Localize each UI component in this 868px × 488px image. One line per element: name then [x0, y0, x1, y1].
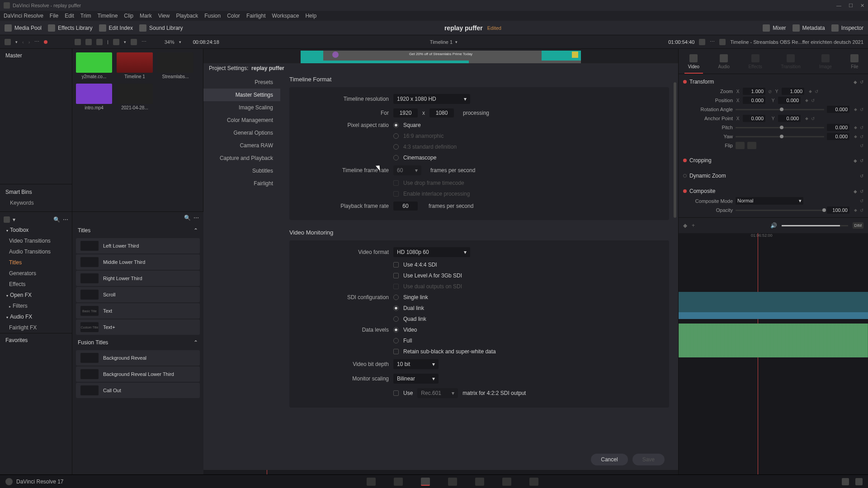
fx-item[interactable]: Scroll	[76, 287, 200, 302]
kf-icon[interactable]: ◆	[854, 208, 857, 212]
view-thumb-icon[interactable]	[75, 39, 81, 45]
reset-icon[interactable]: ↺	[860, 125, 863, 130]
kf-icon[interactable]: ◆	[805, 116, 808, 121]
dynamic-zoom-header[interactable]: Dynamic Zoom	[689, 173, 726, 179]
menu-timeline[interactable]: Timeline	[97, 13, 118, 19]
tc-icon[interactable]	[699, 39, 705, 45]
fx-item[interactable]: Basic TitleText	[76, 303, 200, 319]
mixer-toggle[interactable]: Mixer	[763, 24, 786, 32]
generators-tree[interactable]: Generators	[0, 268, 72, 279]
dropdown-icon[interactable]: ▾	[15, 40, 18, 44]
video-track[interactable]	[679, 292, 868, 312]
kf-icon[interactable]: ◆	[809, 89, 812, 94]
tab-video[interactable]: Video	[684, 52, 703, 74]
matrix-check[interactable]	[393, 390, 399, 396]
fx-item[interactable]: Left Lower Third	[76, 238, 200, 253]
menu-color[interactable]: Color	[227, 13, 240, 19]
clip-item[interactable]: Streamlabs...	[157, 52, 193, 79]
zoom-y-input[interactable]: 1.000	[782, 88, 804, 95]
search-icon[interactable]: 🔍	[184, 215, 191, 221]
anchor-x-input[interactable]: 0.000	[743, 115, 765, 122]
keywords-bin[interactable]: Keywords	[5, 197, 66, 209]
timeline-panel[interactable]: 01:06:52:00	[679, 233, 868, 474]
dual-link-radio[interactable]	[393, 305, 399, 311]
retain-check[interactable]	[393, 349, 399, 354]
fx-item[interactable]: Background Reveal	[76, 350, 200, 366]
nav-presets[interactable]: Presets	[203, 76, 280, 89]
deliver-page-icon[interactable]	[529, 478, 538, 486]
favorites-header[interactable]: Favorites	[0, 333, 72, 347]
kf-icon[interactable]: ◆	[854, 125, 857, 130]
media-page-icon[interactable]	[367, 478, 376, 486]
volume-slider[interactable]	[782, 225, 848, 226]
close-button[interactable]: ✕	[860, 3, 864, 9]
toolbox-tree[interactable]: ▾Toolbox	[0, 225, 72, 235]
yaw-slider[interactable]	[736, 136, 824, 137]
menu-mark[interactable]: Mark	[140, 13, 152, 19]
par-square-radio[interactable]	[393, 122, 399, 128]
chevron-down-icon[interactable]: ▾	[124, 40, 126, 44]
save-button[interactable]: Save	[632, 454, 665, 465]
zoom-x-input[interactable]: 1.000	[743, 88, 765, 95]
timeline-dropdown[interactable]: ▾	[455, 40, 458, 44]
more-icon-3[interactable]: ⋯	[710, 39, 715, 45]
inspector-toggle[interactable]: Inspector	[831, 24, 863, 32]
sound-library-toggle[interactable]: Sound Library	[139, 24, 183, 32]
add-icon[interactable]: +	[692, 222, 695, 229]
more-icon[interactable]: ⋯	[63, 216, 68, 223]
fairlight-page-icon[interactable]	[502, 478, 511, 486]
clip-item[interactable]: intro.mp4	[76, 84, 112, 110]
filters-tree[interactable]: ▸Filters	[0, 300, 72, 311]
video-track-2[interactable]	[679, 312, 868, 319]
nav-camera-raw[interactable]: Camera RAW	[203, 139, 280, 152]
video-levels-radio[interactable]	[393, 327, 399, 333]
clip-item[interactable]: Timeline 1	[117, 52, 153, 79]
menu-workspace[interactable]: Workspace	[272, 13, 299, 19]
fx-item[interactable]: Middle Lower Third	[76, 254, 200, 270]
menu-fusion[interactable]: Fusion	[204, 13, 221, 19]
view-list-icon[interactable]	[96, 39, 103, 45]
view-grid-icon[interactable]	[85, 39, 92, 45]
gear-icon[interactable]	[855, 478, 863, 485]
rotation-input[interactable]: 0.000	[827, 106, 849, 113]
reset-icon[interactable]: ↺	[811, 98, 815, 103]
link-icon[interactable]: ⊘	[768, 89, 772, 94]
full-levels-radio[interactable]	[393, 338, 399, 343]
kf-icon[interactable]: ◆	[805, 98, 808, 103]
nav-fairlight[interactable]: Fairlight	[203, 177, 280, 190]
media-pool-toggle[interactable]: Media Pool	[5, 24, 42, 32]
quad-link-radio[interactable]	[393, 316, 399, 322]
video-bitdepth-select[interactable]: 10 bit▾	[393, 359, 439, 369]
video-transitions-tree[interactable]: Video Transitions	[0, 235, 72, 246]
nav-prev[interactable]: ‹	[22, 39, 24, 45]
composite-header[interactable]: Composite	[689, 188, 715, 194]
fusion-page-icon[interactable]	[448, 478, 457, 486]
reset-icon[interactable]: ↺	[811, 116, 815, 121]
reset-icon[interactable]: ↺	[860, 198, 863, 203]
keyframe-icon[interactable]: ◆	[854, 189, 857, 194]
video-format-select[interactable]: HD 1080p 60▾	[393, 247, 470, 257]
openfx-tree[interactable]: ▾Open FX	[0, 290, 72, 300]
use-444-check[interactable]	[393, 262, 399, 267]
speaker-icon[interactable]: 🔊	[770, 222, 777, 229]
tab-file[interactable]: File	[847, 52, 862, 74]
menu-file[interactable]: File	[50, 13, 58, 19]
menu-app[interactable]: DaVinci Resolve	[4, 13, 43, 19]
level-a-check[interactable]	[393, 273, 399, 278]
home-icon[interactable]	[842, 478, 849, 485]
par-cinemascope-radio[interactable]	[393, 155, 399, 160]
reset-icon[interactable]: ↺	[860, 143, 863, 148]
enable-dot-off[interactable]	[683, 174, 687, 178]
search-icon[interactable]	[113, 39, 119, 45]
audiofx-tree[interactable]: ▾Audio FX	[0, 311, 72, 322]
menu-playback[interactable]: Playback	[176, 13, 198, 19]
keyframe-icon[interactable]: ◆	[854, 80, 857, 84]
effects-tree[interactable]: Effects	[0, 279, 72, 290]
enable-dot[interactable]	[683, 189, 687, 193]
menu-trim[interactable]: Trim	[80, 13, 91, 19]
menu-clip[interactable]: Clip	[124, 13, 133, 19]
more-icon-2[interactable]: ⋯	[142, 39, 146, 45]
pitch-input[interactable]: 0.000	[827, 124, 849, 131]
fx-item[interactable]: Right Lower Third	[76, 271, 200, 286]
menu-fairlight[interactable]: Fairlight	[246, 13, 266, 19]
